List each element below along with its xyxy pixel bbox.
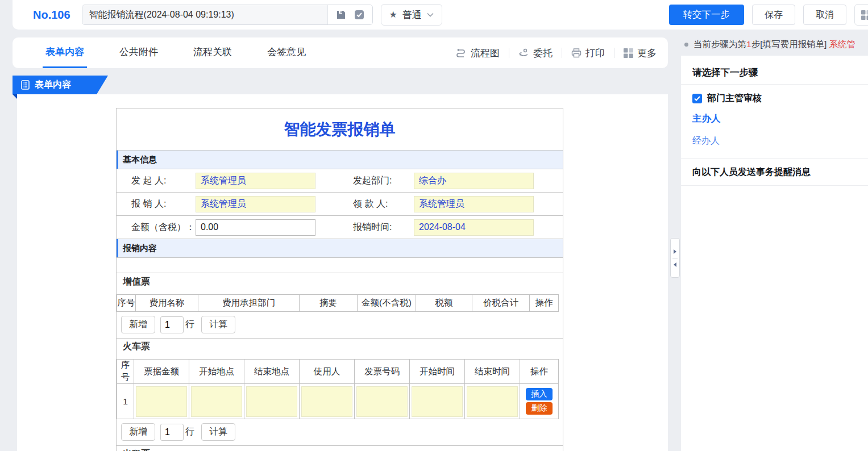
- form-icon: [21, 80, 30, 90]
- tab-attachments[interactable]: 公共附件: [117, 37, 161, 68]
- column-header: 开始地点: [189, 360, 244, 384]
- divider: [562, 48, 562, 58]
- column-header: 序号: [117, 360, 134, 384]
- column-header: 金额(不含税): [358, 295, 416, 312]
- section-header-content: 报销内容: [117, 239, 563, 258]
- field-value-payee[interactable]: 系统管理员: [414, 196, 534, 212]
- taxi-section-title: 出租票: [117, 445, 563, 451]
- column-header: 价税合计: [472, 295, 530, 312]
- form-content-panel: 智能发票报销单 基本信息 发 起 人: 系统管理员 发起部门: 综合办 报 销 …: [17, 94, 668, 451]
- vat-row-controls: 新增 行 计算: [117, 312, 563, 338]
- owner-link[interactable]: 主办人: [692, 112, 721, 125]
- flow-title-group: [82, 5, 373, 25]
- next-step-heading: 请选择下一步骤: [692, 65, 868, 80]
- empty-row: [117, 258, 563, 273]
- save-button[interactable]: 保存: [752, 5, 795, 25]
- column-header: 操作: [520, 360, 559, 384]
- field-label-amount: 金额（含税）：: [117, 222, 196, 233]
- ribbon-label: 表单内容: [35, 79, 71, 91]
- train-table: 序号 票据金额 开始地点 结束地点 使用人 发票号码 开始时间 结束时间 操作 …: [117, 359, 559, 419]
- grid-icon: [861, 10, 868, 20]
- vat-table: 序号 费用名称 费用承担部门 摘要 金额(不含税) 税额 价税合计 操作: [117, 294, 559, 312]
- flow-title-input[interactable]: [82, 5, 328, 24]
- column-header: 费用承担部门: [198, 295, 300, 312]
- train-section-title: 火车票: [117, 338, 563, 355]
- vat-section-title: 增值票: [117, 273, 563, 290]
- train-row-controls: 新增 行 计算: [117, 419, 563, 445]
- form-row: 报 销 人: 系统管理员 领 款 人: 系统管理员: [117, 193, 563, 216]
- more-button[interactable]: 更多: [624, 47, 657, 60]
- priority-select[interactable]: ★ 普通: [381, 4, 442, 26]
- add-rows-button[interactable]: 新增: [121, 316, 155, 333]
- check-icon[interactable]: [354, 9, 365, 20]
- tab-form-content[interactable]: 表单内容: [43, 37, 87, 68]
- column-header: 使用人: [300, 360, 355, 384]
- form-row: 金额（含税）： 报销时间: 2024-08-04: [117, 216, 563, 239]
- tab-countersign[interactable]: 会签意见: [264, 37, 309, 68]
- more-grid-icon: [624, 48, 633, 58]
- delegate-icon: [518, 48, 529, 58]
- rows-label: 行: [185, 426, 194, 438]
- cancel-button[interactable]: 取消: [803, 5, 846, 25]
- step-option-checkbox[interactable]: [692, 94, 702, 103]
- delegate-button[interactable]: 委托: [518, 47, 553, 60]
- field-value-amount[interactable]: [196, 219, 315, 236]
- field-label-date: 报销时间:: [353, 222, 414, 233]
- field-value-dept[interactable]: 综合办: [414, 173, 534, 189]
- sidebar-toggle: [670, 238, 680, 278]
- field-value-initiator[interactable]: 系统管理员: [196, 173, 315, 189]
- doc-number: No.106: [33, 9, 70, 22]
- train-data-row: 1 插入 删除: [117, 384, 559, 419]
- expand-right-arrow-icon[interactable]: [674, 249, 676, 254]
- priority-label: 普通: [402, 9, 422, 22]
- train-cell-input-start-place[interactable]: [191, 386, 242, 417]
- field-value-date[interactable]: 2024-08-04: [414, 219, 534, 236]
- column-header: 开始时间: [410, 360, 465, 384]
- vat-header-row: 序号 费用名称 费用承担部门 摘要 金额(不含税) 税额 价税合计 操作: [117, 295, 559, 312]
- column-header: 操作: [530, 295, 559, 312]
- train-cell-input-start-time[interactable]: [412, 386, 463, 417]
- apps-grid-button[interactable]: [854, 4, 868, 26]
- print-icon: [571, 48, 582, 58]
- section-header-basic: 基本信息: [117, 151, 563, 169]
- rows-label: 行: [185, 319, 194, 331]
- row-count-input[interactable]: [160, 424, 184, 441]
- divider: [681, 84, 868, 85]
- agent-link[interactable]: 经办人: [692, 135, 720, 147]
- divider: [681, 185, 868, 186]
- collapse-left-arrow-icon[interactable]: [674, 262, 676, 267]
- column-header: 结束时间: [465, 360, 520, 384]
- divider: [509, 48, 509, 58]
- status-handler: 系统管: [829, 39, 856, 51]
- calculate-button[interactable]: 计算: [201, 316, 235, 333]
- chevron-down-icon: [427, 12, 434, 17]
- train-cell-input-amount[interactable]: [136, 386, 187, 417]
- print-button[interactable]: 打印: [571, 47, 605, 60]
- form-content-ribbon: 表单内容: [13, 76, 108, 94]
- column-header: 票据金额: [134, 360, 189, 384]
- row-count-input[interactable]: [160, 316, 184, 333]
- field-label-dept: 发起部门:: [353, 175, 414, 187]
- flowchart-icon: [456, 48, 467, 57]
- field-value-reimburser[interactable]: 系统管理员: [196, 196, 315, 212]
- reimbursement-form: 智能发票报销单 基本信息 发 起 人: 系统管理员 发起部门: 综合办 报 销 …: [116, 108, 563, 451]
- tab-flow-relation[interactable]: 流程关联: [190, 37, 235, 68]
- insert-row-button[interactable]: 插入: [526, 388, 553, 400]
- train-cell-input-end-time[interactable]: [467, 386, 518, 417]
- train-cell-input-invoice-no[interactable]: [356, 386, 408, 417]
- tab-bar: 表单内容 公共附件 流程关联 会签意见: [43, 37, 309, 68]
- forward-next-step-button[interactable]: 转交下一步: [669, 5, 745, 25]
- flow-toolbar: 流程图 委托 打印 更多: [456, 37, 657, 68]
- save-icon[interactable]: [335, 9, 347, 20]
- train-cell-input-end-place[interactable]: [246, 386, 297, 417]
- column-header: 费用名称: [136, 295, 198, 312]
- divider: [672, 258, 678, 258]
- column-header: 摘要: [300, 295, 358, 312]
- column-header: 发票号码: [355, 360, 410, 384]
- flowchart-button[interactable]: 流程图: [456, 47, 500, 60]
- add-rows-button[interactable]: 新增: [121, 423, 155, 441]
- star-icon: ★: [389, 10, 397, 19]
- train-cell-input-user[interactable]: [301, 386, 352, 417]
- calculate-button[interactable]: 计算: [201, 423, 235, 441]
- delete-row-button[interactable]: 删除: [526, 402, 553, 415]
